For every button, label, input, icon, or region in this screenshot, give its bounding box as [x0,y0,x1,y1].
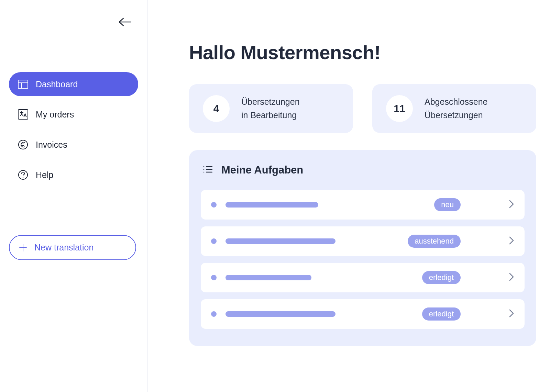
sidebar-item-label: Help [36,170,53,180]
chevron-right-icon [509,236,514,246]
help-icon [18,170,28,180]
svg-point-14 [204,172,205,173]
stat-card-completed[interactable]: 11 Abgeschlossene Übersetzungen [372,84,536,133]
sidebar-item-label: Invoices [36,140,67,150]
back-arrow-button[interactable] [118,17,132,28]
list-icon [203,165,212,175]
task-status-dot [211,202,217,208]
translate-icon [18,109,28,120]
stat-label: Übersetzungen in Bearbeitung [241,95,300,122]
tasks-panel: Meine Aufgaben neu ausstehend [189,150,536,346]
stat-count: 11 [386,95,413,122]
new-translation-button[interactable]: New translation [9,235,136,260]
sidebar-nav: Dashboard My orders [9,72,138,187]
sidebar-item-invoices[interactable]: Invoices [9,133,138,157]
chevron-right-icon [509,272,514,283]
svg-point-5 [19,140,28,149]
sidebar-item-label: My orders [36,110,74,120]
sidebar-item-dashboard[interactable]: Dashboard [9,72,138,96]
svg-point-9 [23,177,23,178]
layout-icon [18,79,28,89]
task-status-dot [211,238,217,244]
task-title-placeholder [226,238,336,244]
task-status-badge: ausstehend [408,235,461,248]
task-status-badge: erledigt [422,271,461,284]
sidebar-item-label: Dashboard [36,79,78,89]
page-greeting: Hallo Mustermensch! [189,41,536,64]
task-title-placeholder [226,311,336,317]
task-row[interactable]: erledigt [201,263,525,292]
tasks-list: neu ausstehend [201,190,525,329]
svg-point-13 [204,169,205,170]
sidebar-item-help[interactable]: Help [9,163,138,187]
plus-icon [19,244,27,251]
task-title-placeholder [226,275,311,280]
sidebar: Dashboard My orders [0,0,148,392]
task-title-placeholder [226,202,318,208]
task-row[interactable]: neu [201,190,525,220]
task-status-dot [211,275,217,280]
tasks-header: Meine Aufgaben [201,164,525,176]
tasks-title: Meine Aufgaben [221,164,303,176]
stat-label: Abgeschlossene Übersetzungen [425,95,487,122]
stats-row: 4 Übersetzungen in Bearbeitung 11 Abgesc… [189,84,536,133]
stat-card-in-progress[interactable]: 4 Übersetzungen in Bearbeitung [189,84,353,133]
task-status-badge: neu [434,198,461,211]
chevron-right-icon [509,200,514,210]
svg-rect-4 [18,110,28,119]
new-translation-label: New translation [34,243,94,253]
arrow-left-icon [118,17,132,27]
task-status-dot [211,311,217,317]
task-row[interactable]: ausstehend [201,226,525,256]
chevron-right-icon [509,309,514,319]
main-content: Hallo Mustermensch! 4 Übersetzungen in B… [148,0,550,392]
task-status-badge: erledigt [422,307,461,321]
svg-point-12 [204,166,205,167]
app-root: Dashboard My orders [0,0,550,392]
euro-icon [18,139,28,150]
task-row[interactable]: erledigt [201,299,525,329]
stat-count: 4 [203,95,230,122]
svg-rect-1 [18,80,28,88]
sidebar-item-my-orders[interactable]: My orders [9,102,138,126]
